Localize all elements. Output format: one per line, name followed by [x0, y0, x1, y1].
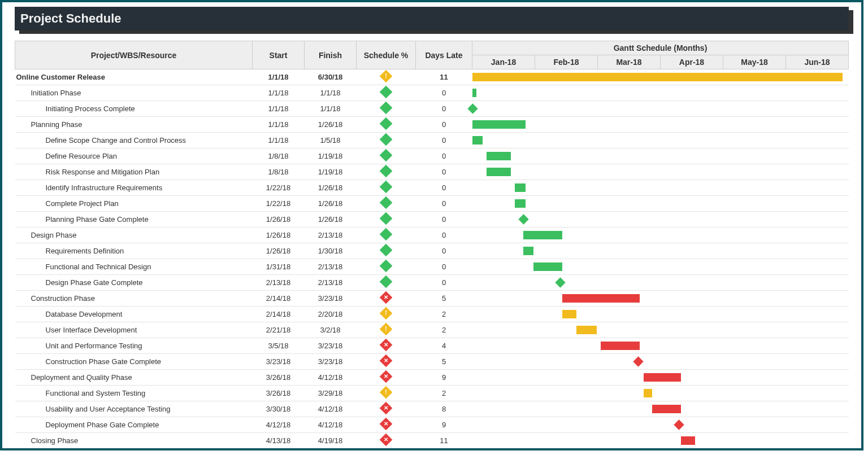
- task-days-late: 0: [416, 212, 472, 228]
- status-glyph: ✕: [381, 404, 390, 413]
- task-name: Planning Phase: [15, 117, 253, 133]
- gantt-bar[interactable]: [601, 342, 640, 350]
- gantt-bar[interactable]: [487, 168, 511, 176]
- table-row[interactable]: Design Phase1/26/182/13/180: [15, 228, 849, 243]
- gantt-cell: [472, 69, 849, 85]
- gantt-bar[interactable]: [487, 152, 511, 160]
- task-status: ✕: [357, 291, 416, 307]
- col-schedule[interactable]: Schedule %: [357, 41, 416, 69]
- status-green-icon: [380, 165, 393, 178]
- table-row[interactable]: Construction Phase Gate Complete3/23/183…: [15, 354, 849, 370]
- gantt-bar[interactable]: [644, 373, 680, 382]
- task-days-late: 4: [416, 338, 472, 354]
- col-month[interactable]: Feb-18: [535, 55, 598, 69]
- gantt-bar[interactable]: [681, 436, 695, 445]
- table-row[interactable]: Closing Phase4/13/184/19/18✕11: [15, 433, 849, 449]
- task-start: 1/1/18: [253, 133, 305, 148]
- table-row[interactable]: Planning Phase Gate Complete1/26/181/26/…: [15, 212, 849, 228]
- task-name: Design Phase Gate Complete: [15, 275, 253, 291]
- table-row[interactable]: User Interface Development2/21/183/2/18!…: [15, 322, 849, 338]
- table-row[interactable]: Design Phase Gate Complete2/13/182/13/18…: [15, 275, 849, 291]
- table-row[interactable]: Define Scope Change and Control Process1…: [15, 133, 849, 148]
- task-finish: 3/23/18: [305, 291, 357, 307]
- gantt-cell: [472, 196, 849, 212]
- table-row[interactable]: Deployment Phase Gate Complete4/12/184/1…: [15, 417, 849, 433]
- task-days-late: 0: [416, 275, 472, 291]
- gantt-bar[interactable]: [472, 73, 843, 81]
- task-finish: 3/23/18: [305, 338, 357, 354]
- task-finish: 2/20/18: [305, 307, 357, 322]
- task-name: Functional and System Testing: [15, 386, 253, 401]
- col-month[interactable]: May-18: [723, 55, 786, 69]
- table-row[interactable]: Define Resource Plan1/8/181/19/180: [15, 148, 849, 164]
- col-finish[interactable]: Finish: [305, 41, 357, 69]
- col-task[interactable]: Project/WBS/Resource: [15, 41, 253, 69]
- task-start: 1/8/18: [253, 164, 305, 180]
- table-row[interactable]: Initiating Process Complete1/1/181/1/180: [15, 101, 849, 117]
- gantt-bar[interactable]: [523, 247, 533, 255]
- task-status: !: [357, 307, 416, 322]
- task-finish: 1/26/18: [305, 180, 357, 196]
- status-green-icon: [380, 181, 393, 194]
- task-status: ✕: [357, 370, 416, 386]
- task-days-late: 5: [416, 354, 472, 370]
- gantt-cell: [472, 85, 849, 101]
- task-name: Planning Phase Gate Complete: [15, 212, 253, 228]
- table-row[interactable]: Deployment and Quality Phase3/26/184/12/…: [15, 370, 849, 386]
- gantt-bar[interactable]: [515, 183, 525, 192]
- table-row[interactable]: Requirements Definition1/26/181/30/180: [15, 243, 849, 259]
- table-row[interactable]: Initiation Phase1/1/181/1/180: [15, 85, 849, 101]
- gantt-cell: [472, 212, 849, 228]
- task-days-late: 8: [416, 401, 472, 417]
- gantt-bar[interactable]: [472, 89, 476, 97]
- task-name: Define Scope Change and Control Process: [15, 133, 253, 148]
- table-row[interactable]: Usability and User Acceptance Testing3/3…: [15, 401, 849, 417]
- task-finish: 1/19/18: [305, 148, 357, 164]
- table-row[interactable]: Planning Phase1/1/181/26/180: [15, 117, 849, 133]
- task-status: [357, 275, 416, 291]
- table-row[interactable]: Identify Infrastructure Requirements1/22…: [15, 180, 849, 196]
- gantt-cell: [472, 433, 849, 449]
- col-start[interactable]: Start: [253, 41, 305, 69]
- col-month[interactable]: Jun-18: [786, 55, 849, 69]
- gantt-bar[interactable]: [644, 389, 652, 397]
- task-finish: 1/26/18: [305, 117, 357, 133]
- table-row[interactable]: Functional and System Testing3/26/183/29…: [15, 386, 849, 401]
- gantt-milestone-icon[interactable]: [674, 419, 684, 430]
- task-name: Deployment Phase Gate Complete: [15, 417, 253, 433]
- gantt-bar[interactable]: [533, 262, 562, 271]
- table-header: Project/WBS/Resource Start Finish Schedu…: [15, 41, 849, 69]
- col-dayslate[interactable]: Days Late: [416, 41, 472, 69]
- table-row[interactable]: Online Customer Release1/1/186/30/18!11: [15, 69, 849, 85]
- table-row[interactable]: Functional and Technical Design1/31/182/…: [15, 259, 849, 275]
- gantt-bar[interactable]: [652, 405, 681, 413]
- table-row[interactable]: Unit and Performance Testing3/5/183/23/1…: [15, 338, 849, 354]
- table-row[interactable]: Database Development2/14/182/20/18!2: [15, 307, 849, 322]
- table-row[interactable]: Lessons Learned4/13/184/19/18✕11: [15, 449, 849, 451]
- task-status: [357, 228, 416, 243]
- task-status: [357, 101, 416, 117]
- gantt-milestone-icon[interactable]: [555, 277, 565, 287]
- col-month[interactable]: Mar-18: [598, 55, 661, 69]
- gantt-bar[interactable]: [523, 231, 562, 239]
- status-glyph: !: [381, 325, 390, 334]
- gantt-bar[interactable]: [472, 120, 526, 129]
- gantt-bar[interactable]: [576, 326, 597, 334]
- gantt-milestone-icon[interactable]: [633, 356, 643, 366]
- gantt-milestone-icon[interactable]: [518, 214, 528, 224]
- col-month[interactable]: Jan-18: [472, 55, 535, 69]
- task-days-late: 2: [416, 322, 472, 338]
- table-row[interactable]: Construction Phase2/14/183/23/18✕5: [15, 291, 849, 307]
- status-green-icon: [380, 212, 393, 225]
- gantt-bar[interactable]: [562, 294, 640, 303]
- task-days-late: 5: [416, 291, 472, 307]
- task-status: ✕: [357, 433, 416, 449]
- col-month[interactable]: Apr-18: [661, 55, 723, 69]
- task-name: Design Phase: [15, 228, 253, 243]
- table-row[interactable]: Complete Project Plan1/22/181/26/180: [15, 196, 849, 212]
- gantt-bar[interactable]: [472, 136, 483, 145]
- table-row[interactable]: Risk Response and Mitigation Plan1/8/181…: [15, 164, 849, 180]
- gantt-bar[interactable]: [515, 199, 525, 208]
- task-start: 1/31/18: [253, 259, 305, 275]
- gantt-bar[interactable]: [562, 310, 576, 318]
